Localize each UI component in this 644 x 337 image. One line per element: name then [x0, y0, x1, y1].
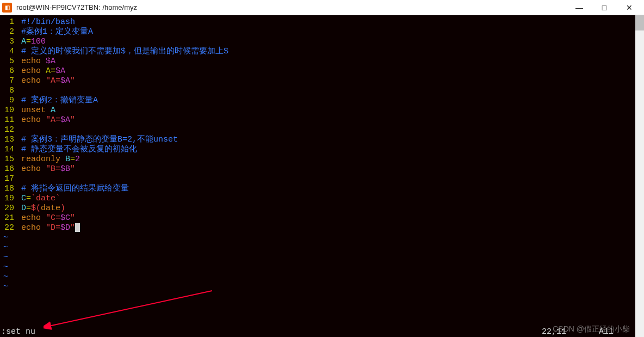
code-line: 2 #案例1：定义变量A	[0, 27, 644, 37]
code-segment: # 案例2：撤销变量A	[21, 96, 98, 106]
code-segment: echo	[21, 164, 46, 174]
code-segment: `date`	[31, 194, 60, 204]
code-segment: # 案例3：声明静态的变量B=2,不能unset	[21, 135, 178, 145]
line-number: 14	[0, 145, 16, 155]
scrollbar-thumb[interactable]	[635, 15, 644, 30]
code-line: 14 # 静态变量不会被反复的初始化	[0, 145, 644, 155]
code-line: 4 # 定义的时候我们不需要加$，但是输出的时候需要加上$	[0, 47, 644, 57]
code-segment: =	[26, 37, 31, 47]
code-segment: A	[46, 106, 55, 115]
code-segment: #案例1：定义变量A	[21, 27, 93, 37]
code-segment: echo	[21, 213, 46, 223]
close-button[interactable]: ✕	[617, 0, 642, 15]
code-segment: readonly	[21, 155, 65, 164]
window-title: root@WIN-FP9ICV72TBN: /home/myz	[16, 3, 137, 11]
code-segment: "	[46, 76, 51, 86]
line-number: 18	[0, 184, 16, 194]
line-number: 5	[0, 57, 16, 66]
terminal-area[interactable]: 1 #!/bin/bash2 #案例1：定义变量A3 A=1004 # 定义的时…	[0, 15, 644, 337]
line-number: 9	[0, 96, 16, 106]
code-segment: $A	[46, 57, 55, 66]
line-number: 3	[0, 37, 16, 47]
code-segment: echo	[21, 115, 46, 125]
vim-tilde-line: ~	[0, 262, 644, 272]
vim-status-line: :set nu 22,11 All	[0, 327, 635, 337]
line-number: 19	[0, 194, 16, 204]
watermark-text: CSDN @假正经的小柴	[553, 324, 630, 334]
code-segment: C	[21, 194, 26, 204]
vim-command: :set nu	[1, 327, 35, 337]
maximize-button[interactable]: □	[592, 0, 617, 15]
line-number: 13	[0, 135, 16, 145]
line-number: 16	[0, 164, 16, 174]
line-number: 8	[0, 86, 16, 96]
line-number: 21	[0, 213, 16, 223]
line-number: 22	[0, 223, 16, 233]
code-line: 18 # 将指令返回的结果赋给变量	[0, 184, 644, 194]
code-segment: $A	[60, 76, 70, 86]
code-line: 5 echo $A	[0, 57, 644, 66]
vim-tilde-line: ~	[0, 272, 644, 282]
vim-tilde-line: ~	[0, 253, 644, 262]
line-number: 12	[0, 125, 16, 135]
svg-line-1	[49, 291, 212, 326]
code-line: 20 D=$(date)	[0, 204, 644, 213]
code-segment: "	[70, 223, 75, 233]
code-segment: B=	[51, 164, 60, 174]
code-line: 12	[0, 125, 644, 135]
code-segment: )	[60, 204, 65, 213]
code-segment: "	[70, 115, 75, 125]
code-segment: B	[65, 155, 70, 164]
code-segment: C=	[51, 213, 60, 223]
code-segment: # 静态变量不会被反复的初始化	[21, 145, 137, 155]
code-segment: =	[70, 155, 75, 164]
code-line: 8	[0, 86, 644, 96]
line-number: 11	[0, 115, 16, 125]
code-segment: echo	[21, 223, 46, 233]
code-segment: "	[46, 213, 51, 223]
code-segment: A	[21, 37, 26, 47]
code-segment: A=	[51, 76, 60, 86]
code-segment: 2	[75, 155, 80, 164]
code-segment: "	[46, 223, 51, 233]
code-segment: 100	[31, 37, 46, 47]
code-line: 19 C=`date`	[0, 194, 644, 204]
line-number: 15	[0, 155, 16, 164]
code-segment: echo	[21, 66, 46, 76]
code-line: 17	[0, 174, 644, 184]
empty-lines: ~~~~~~	[0, 233, 644, 292]
vim-tilde-line: ~	[0, 233, 644, 243]
code-segment: date	[41, 204, 60, 213]
line-number: 20	[0, 204, 16, 213]
code-segment: A=	[51, 115, 60, 125]
code-segment: $C	[60, 213, 70, 223]
code-line: 11 echo "A=$A"	[0, 115, 644, 125]
vim-tilde-line: ~	[0, 243, 644, 253]
code-segment: #!/bin/bash	[21, 17, 75, 27]
vertical-scrollbar[interactable]	[635, 15, 644, 337]
code-segment: =	[26, 204, 31, 213]
code-line: 15 readonly B=2	[0, 155, 644, 164]
annotation-arrow	[44, 288, 218, 332]
line-number: 7	[0, 76, 16, 86]
code-segment: "	[70, 76, 75, 86]
line-number: 2	[0, 27, 16, 37]
minimize-button[interactable]: —	[567, 0, 592, 15]
code-segment: "	[70, 164, 75, 174]
code-line: 6 echo A=$A	[0, 66, 644, 76]
code-line: 22 echo "D=$D"	[0, 223, 644, 233]
code-segment: D=	[51, 223, 60, 233]
window-title-bar: ◧ root@WIN-FP9ICV72TBN: /home/myz — □ ✕	[0, 0, 644, 15]
code-line: 9 # 案例2：撤销变量A	[0, 96, 644, 106]
code-segment: $D	[60, 223, 70, 233]
code-segment: # 定义的时候我们不需要加$，但是输出的时候需要加上$	[21, 47, 228, 57]
code-content: 1 #!/bin/bash2 #案例1：定义变量A3 A=1004 # 定义的时…	[0, 17, 644, 233]
code-segment: =	[51, 66, 55, 76]
line-number: 1	[0, 17, 16, 27]
code-segment: "	[46, 115, 51, 125]
code-segment: "	[70, 213, 75, 223]
code-line: 1 #!/bin/bash	[0, 17, 644, 27]
line-number: 17	[0, 174, 16, 184]
code-segment: echo	[21, 76, 46, 86]
code-segment: # 将指令返回的结果赋给变量	[21, 184, 129, 194]
